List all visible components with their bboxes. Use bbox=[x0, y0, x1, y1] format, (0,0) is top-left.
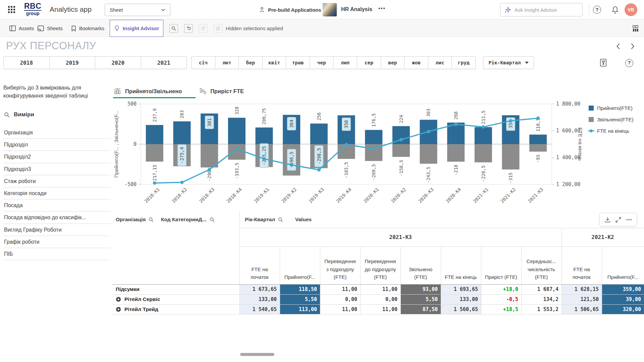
pivot-cell[interactable]: 11,00 bbox=[360, 304, 400, 314]
expand-plus-icon[interactable] bbox=[116, 307, 121, 312]
month-button-чер[interactable]: чер bbox=[310, 56, 334, 69]
pivot-cell[interactable]: 39,00 bbox=[602, 294, 644, 304]
pivot-cell[interactable]: -0,5 bbox=[481, 294, 521, 304]
ask-insight-advisor-box[interactable] bbox=[500, 3, 583, 16]
month-button-вер[interactable]: вер bbox=[381, 56, 405, 69]
pivot-cell[interactable]: 1 560,65 bbox=[441, 304, 481, 314]
pivot-cell[interactable]: 1 553,2 bbox=[521, 304, 561, 314]
pivot-cell[interactable]: 5,50 bbox=[400, 294, 441, 304]
measure-header[interactable]: FTE на початок bbox=[239, 246, 280, 284]
pivot-cell[interactable]: 1 506,65 bbox=[561, 304, 602, 314]
ask-insight-advisor-input[interactable] bbox=[515, 7, 572, 13]
sheet-layout-icon[interactable] bbox=[632, 25, 639, 32]
month-button-лис[interactable]: лис bbox=[428, 56, 452, 69]
month-button-лип[interactable]: лип bbox=[333, 56, 357, 69]
month-button-жов[interactable]: жов bbox=[405, 56, 428, 69]
insight-advisor-button[interactable]: Insight Advisor bbox=[110, 20, 163, 37]
sheet-selector[interactable]: Sheet bbox=[105, 4, 170, 16]
dimension-item[interactable]: Підрозділ2 bbox=[3, 151, 111, 163]
year-button-2018[interactable]: 2018 bbox=[3, 56, 50, 69]
dimension-item[interactable]: Стаж роботи bbox=[3, 175, 111, 187]
pivot-cell[interactable]: 87,50 bbox=[400, 304, 441, 314]
measure-header[interactable]: Прийнято(F... bbox=[602, 246, 644, 284]
pivot-cell[interactable]: 11,00 bbox=[360, 284, 400, 294]
year-button-2021[interactable]: 2021 bbox=[141, 56, 187, 69]
dimension-item[interactable]: Вигляд Графіку Роботи bbox=[3, 224, 111, 236]
measure-header[interactable]: Середньос... чисельність (FTE) bbox=[521, 246, 561, 284]
dimension-item[interactable]: Посада bbox=[3, 199, 111, 212]
notifications-bell-icon[interactable] bbox=[611, 6, 619, 14]
pivot-cell[interactable]: 1 540,65 bbox=[239, 304, 280, 314]
pivot-cell[interactable]: 113,00 bbox=[280, 304, 320, 314]
pivot-cell[interactable]: 118,50 bbox=[280, 284, 320, 294]
measure-header[interactable]: FTE на кінець bbox=[441, 246, 481, 284]
month-button-сер[interactable]: сер bbox=[357, 56, 381, 69]
pivot-row-label[interactable]: Рітейл Сервіс bbox=[116, 294, 160, 304]
measure-header[interactable]: Переведення до підрозділу (FTE) bbox=[360, 246, 400, 284]
dimension-item[interactable]: Категорія посади bbox=[3, 187, 111, 199]
pivot-cell[interactable]: 1 673,65 bbox=[239, 284, 280, 294]
search-icon[interactable] bbox=[210, 217, 215, 222]
pivot-cell[interactable]: 320,00 bbox=[602, 304, 644, 314]
measure-header[interactable]: Приріст (FTE) bbox=[481, 246, 521, 284]
pivot-cell[interactable]: 0,00 bbox=[360, 294, 400, 304]
app-grid-icon[interactable] bbox=[8, 6, 15, 13]
search-selections-icon[interactable] bbox=[169, 24, 178, 33]
dimension-item[interactable]: Організація bbox=[3, 127, 111, 139]
pivot-cell[interactable]: 133,00 bbox=[441, 294, 481, 304]
prebuild-applications-button[interactable]: Pre-build Applications bbox=[259, 0, 321, 19]
tab-fte-growth[interactable]: Приріст FTE bbox=[198, 84, 245, 98]
year-button-2019[interactable]: 2019 bbox=[50, 56, 96, 69]
measure-header[interactable]: Прийнято(F... bbox=[280, 246, 320, 284]
more-menu-button[interactable]: ••• bbox=[378, 5, 386, 11]
pivot-cell[interactable]: 359,00 bbox=[602, 284, 644, 294]
period-group-header[interactable]: 2021-К2 bbox=[561, 228, 644, 246]
pivot-cell[interactable]: 1 628,15 bbox=[561, 284, 602, 294]
pivot-dim-header[interactable]: Організація bbox=[116, 211, 154, 228]
step-forward-icon[interactable] bbox=[199, 24, 208, 33]
help-icon[interactable]: ? bbox=[593, 6, 601, 14]
dimension-item[interactable]: Підрозділ bbox=[3, 139, 111, 151]
pivot-cell[interactable]: 1 693,65 bbox=[441, 284, 481, 294]
measure-header[interactable]: Звільнено (FTE) bbox=[400, 246, 441, 284]
pivot-cell[interactable]: 5,50 bbox=[280, 294, 320, 304]
pivot-cell[interactable]: 93,00 bbox=[400, 284, 441, 294]
expand-plus-icon[interactable] bbox=[116, 297, 121, 302]
month-button-бер[interactable]: бер bbox=[239, 56, 263, 69]
month-button-лют[interactable]: лют bbox=[215, 56, 239, 69]
month-button-трав[interactable]: трав bbox=[286, 56, 310, 69]
pivot-cell[interactable]: +18,5 bbox=[481, 304, 521, 314]
assets-button[interactable]: Assets bbox=[9, 20, 34, 37]
year-button-2020[interactable]: 2020 bbox=[95, 56, 141, 69]
pivot-cell[interactable]: 134,2 bbox=[521, 294, 561, 304]
pivot-cell[interactable]: 0,00 bbox=[320, 294, 360, 304]
pivot-col-header[interactable]: Рік-Квартал bbox=[245, 211, 283, 228]
clear-selections-icon[interactable] bbox=[214, 24, 222, 33]
combo-chart[interactable]: 5000-5001 800,001 600,001 400,001 200,00… bbox=[112, 99, 644, 209]
pivot-cell[interactable]: +18,0 bbox=[481, 284, 521, 294]
period-dropdown[interactable]: Рік-Квартал bbox=[483, 56, 534, 69]
dimension-item[interactable]: Графік роботи bbox=[3, 236, 111, 248]
app-thumbnail[interactable] bbox=[323, 3, 337, 16]
horizontal-scrollbar[interactable] bbox=[240, 353, 274, 356]
month-button-січ[interactable]: січ bbox=[191, 56, 215, 69]
sheet-help-icon[interactable]: ? bbox=[625, 59, 633, 67]
pivot-cell[interactable]: 121,50 bbox=[561, 294, 602, 304]
selections-tool-icon[interactable] bbox=[599, 58, 608, 68]
prev-sheet-chevron-icon[interactable] bbox=[615, 43, 622, 50]
bookmarks-button[interactable]: Bookmarks bbox=[71, 20, 104, 37]
dimension-item[interactable]: ПІБ bbox=[3, 248, 111, 260]
search-icon[interactable] bbox=[4, 112, 10, 118]
next-sheet-chevron-icon[interactable] bbox=[629, 43, 636, 50]
period-group-header[interactable]: 2021-К3 bbox=[239, 228, 561, 246]
fullscreen-icon[interactable] bbox=[615, 217, 621, 223]
pivot-cell[interactable]: 11,00 bbox=[320, 284, 360, 294]
pivot-table[interactable]: ОрганізаціяКод КатегорииД...Рік-КварталV… bbox=[112, 211, 644, 314]
month-button-квіт[interactable]: квіт bbox=[263, 56, 286, 69]
sheets-button[interactable]: Sheets bbox=[38, 20, 63, 37]
pivot-row-label[interactable]: Рітейл Трейд bbox=[116, 304, 158, 314]
dimension-item[interactable]: Підрозділ3 bbox=[3, 163, 111, 175]
pivot-cell[interactable]: 11,00 bbox=[320, 304, 360, 314]
more-options-icon[interactable] bbox=[626, 219, 632, 221]
pivot-cell[interactable]: 1 687,4 bbox=[521, 284, 561, 294]
